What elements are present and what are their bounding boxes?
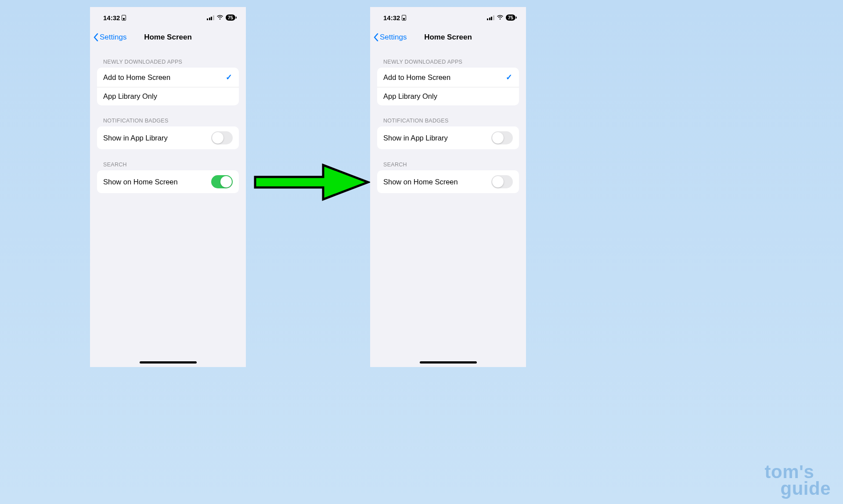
row-show-on-home-screen: Show on Home Screen bbox=[97, 170, 239, 193]
cellular-icon bbox=[207, 15, 214, 20]
back-button[interactable]: Settings bbox=[370, 33, 407, 42]
toggle-show-in-app-library[interactable] bbox=[211, 131, 233, 144]
option-label: Add to Home Screen bbox=[103, 73, 170, 82]
section-header-badges: NOTIFICATION BADGES bbox=[97, 118, 239, 124]
row-show-in-app-library: Show in App Library bbox=[377, 126, 519, 149]
row-label: Show on Home Screen bbox=[383, 178, 458, 186]
checkmark-icon: ✓ bbox=[505, 72, 513, 82]
home-indicator[interactable] bbox=[420, 361, 477, 364]
wifi-icon bbox=[216, 15, 223, 20]
option-add-to-home[interactable]: Add to Home Screen ✓ bbox=[377, 68, 519, 87]
nav-bar: Settings Home Screen bbox=[370, 28, 526, 47]
watermark-line2: guide bbox=[781, 480, 831, 497]
status-bar: 14:32 75 bbox=[370, 7, 526, 28]
status-time: 14:32 bbox=[383, 14, 400, 22]
watermark-logo: tom's guide bbox=[765, 464, 831, 497]
toggle-show-in-app-library[interactable] bbox=[491, 131, 513, 144]
back-label: Settings bbox=[100, 33, 126, 42]
row-label: Show in App Library bbox=[383, 134, 448, 142]
row-show-on-home-screen: Show on Home Screen bbox=[377, 170, 519, 193]
section-header-badges: NOTIFICATION BADGES bbox=[377, 118, 519, 124]
status-bar: 14:32 75 bbox=[90, 7, 246, 28]
cellular-icon bbox=[487, 15, 494, 20]
section-header-search: SEARCH bbox=[377, 162, 519, 168]
nav-bar: Settings Home Screen bbox=[90, 28, 246, 47]
battery-icon: 75 bbox=[506, 14, 515, 21]
battery-icon: 75 bbox=[226, 14, 235, 21]
row-label: Show in App Library bbox=[103, 134, 168, 142]
option-label: App Library Only bbox=[103, 92, 157, 101]
sim-card-icon bbox=[122, 15, 126, 21]
back-label: Settings bbox=[380, 33, 407, 42]
option-add-to-home[interactable]: Add to Home Screen ✓ bbox=[97, 68, 239, 87]
home-indicator[interactable] bbox=[140, 361, 197, 364]
option-label: Add to Home Screen bbox=[383, 73, 450, 82]
arrow-annotation-icon bbox=[253, 162, 371, 202]
section-header-search: SEARCH bbox=[97, 162, 239, 168]
status-time: 14:32 bbox=[103, 14, 120, 22]
section-header-newly-downloaded: NEWLY DOWNLOADED APPS bbox=[377, 59, 519, 65]
toggle-show-on-home-screen[interactable] bbox=[491, 175, 513, 188]
row-show-in-app-library: Show in App Library bbox=[97, 126, 239, 149]
toggle-show-on-home-screen[interactable] bbox=[211, 175, 233, 188]
phone-screenshot-before: 14:32 75 Settings Home Screen NEWLY DOWN… bbox=[90, 7, 246, 367]
option-app-library-only[interactable]: App Library Only bbox=[97, 87, 239, 105]
option-label: App Library Only bbox=[383, 92, 437, 101]
row-label: Show on Home Screen bbox=[103, 178, 178, 186]
chevron-left-icon bbox=[374, 33, 379, 41]
option-app-library-only[interactable]: App Library Only bbox=[377, 87, 519, 105]
checkmark-icon: ✓ bbox=[225, 72, 233, 82]
chevron-left-icon bbox=[94, 33, 99, 41]
sim-card-icon bbox=[402, 15, 406, 21]
phone-screenshot-after: 14:32 75 Settings Home Screen NEWLY DOWN… bbox=[370, 7, 526, 367]
section-header-newly-downloaded: NEWLY DOWNLOADED APPS bbox=[97, 59, 239, 65]
back-button[interactable]: Settings bbox=[90, 33, 126, 42]
wifi-icon bbox=[497, 15, 504, 20]
